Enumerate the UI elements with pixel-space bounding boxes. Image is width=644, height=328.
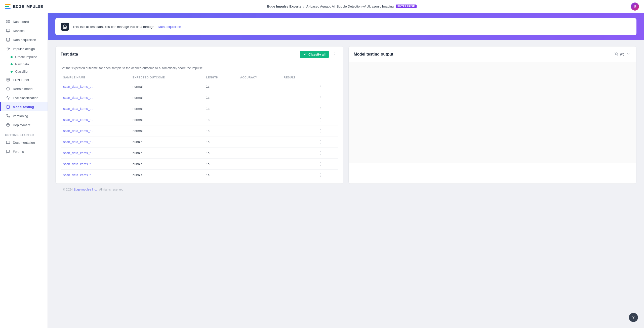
footer-company-link[interactable]: EdgeImpulse Inc. xyxy=(73,188,97,191)
output-panel-header: Model testing output (0) xyxy=(349,46,636,62)
output-panel-expand[interactable] xyxy=(626,51,631,58)
col-accuracy: ACCURACY xyxy=(238,74,281,81)
cell-expected-outcome: normal xyxy=(130,114,204,125)
sidebar-label: Retrain model xyxy=(13,87,33,91)
cell-length: 1s xyxy=(204,114,238,125)
hint-text: Set the 'expected outcome' for each samp… xyxy=(61,66,338,70)
row-more-button[interactable]: ⋮ xyxy=(317,139,324,145)
refresh-icon xyxy=(6,86,10,91)
test-data-table: SAMPLE NAME EXPECTED OUTCOME LENGTH ACCU… xyxy=(61,74,338,179)
enterprise-badge: ENTERPRISE xyxy=(396,5,417,8)
cell-accuracy xyxy=(238,159,281,170)
col-actions xyxy=(314,74,338,81)
svg-point-21 xyxy=(7,114,8,115)
monitor-icon xyxy=(6,28,10,33)
row-more-button[interactable]: ⋮ xyxy=(317,128,324,134)
sidebar-item-live-classification[interactable]: Live classification xyxy=(0,93,48,102)
cell-result xyxy=(281,159,314,170)
sidebar-item-eon-tuner[interactable]: EON Tuner xyxy=(0,75,48,84)
database-icon xyxy=(6,37,10,42)
sidebar-item-deployment[interactable]: Deployment xyxy=(0,120,48,129)
user-avatar[interactable]: U xyxy=(631,3,639,11)
row-more-button[interactable]: ⋮ xyxy=(317,95,324,101)
getting-started-label: GETTING STARTED xyxy=(0,129,48,138)
cell-result xyxy=(281,92,314,103)
table-row: scan_data_items_t... normal 1s ⋮ xyxy=(61,103,338,114)
data-acquisition-link[interactable]: Data acquisition xyxy=(158,25,181,29)
sample-link[interactable]: scan_data_items_t... xyxy=(63,107,93,111)
info-icon xyxy=(61,23,69,31)
row-more-button[interactable]: ⋮ xyxy=(317,117,324,123)
sidebar-sub-classifier[interactable]: Classifier xyxy=(0,68,48,75)
row-more-button[interactable]: ⋮ xyxy=(317,161,324,167)
sidebar-item-model-testing[interactable]: Model testing xyxy=(0,102,48,111)
sidebar-sub-raw-data[interactable]: Raw data xyxy=(0,61,48,68)
sample-link[interactable]: scan_data_items_t... xyxy=(63,140,93,144)
cell-sample-name: scan_data_items_t... xyxy=(61,114,130,125)
info-card: This lists all test data. You can manage… xyxy=(55,18,636,35)
cell-accuracy xyxy=(238,114,281,125)
dot-icon xyxy=(11,63,13,65)
row-more-button[interactable]: ⋮ xyxy=(317,172,324,178)
footer-copyright: © 2024 xyxy=(63,188,73,191)
clipboard-icon xyxy=(6,105,10,109)
sidebar-item-dashboard[interactable]: Dashboard xyxy=(0,17,48,26)
cell-expected-outcome: normal xyxy=(130,92,204,103)
output-panel: Model testing output (0) xyxy=(348,46,636,184)
cell-sample-name: scan_data_items_t... xyxy=(61,103,130,114)
cell-expected-outcome: normal xyxy=(130,103,204,114)
cell-length: 1s xyxy=(204,81,238,92)
logo-icon xyxy=(5,4,11,9)
sidebar-item-retrain-model[interactable]: Retrain model xyxy=(0,84,48,93)
cell-result xyxy=(281,148,314,159)
cell-length: 1s xyxy=(204,136,238,148)
row-more-button[interactable]: ⋮ xyxy=(317,150,324,156)
sidebar-item-versioning[interactable]: Versioning xyxy=(0,111,48,120)
sample-link[interactable]: scan_data_items_t... xyxy=(63,85,93,88)
table-row: scan_data_items_t... normal 1s ⋮ xyxy=(61,81,338,92)
cell-more: ⋮ xyxy=(314,125,338,136)
sample-link[interactable]: scan_data_items_t... xyxy=(63,118,93,122)
message-icon xyxy=(6,149,10,154)
sample-link[interactable]: scan_data_items_t... xyxy=(63,162,93,166)
sidebar-item-documentation[interactable]: Documentation xyxy=(0,138,48,147)
svg-rect-4 xyxy=(6,29,10,31)
cell-accuracy xyxy=(238,81,281,92)
grid-icon xyxy=(6,19,10,24)
sidebar-sub-create-impulse[interactable]: Create impulse xyxy=(0,53,48,61)
purple-banner: This lists all test data. You can manage… xyxy=(48,13,644,40)
svg-rect-0 xyxy=(7,20,8,21)
table-scroll-area[interactable]: SAMPLE NAME EXPECTED OUTCOME LENGTH ACCU… xyxy=(61,74,338,179)
help-button[interactable]: ? xyxy=(629,313,638,322)
cell-more: ⋮ xyxy=(314,148,338,159)
sidebar-item-forums[interactable]: Forums xyxy=(0,147,48,156)
row-more-button[interactable]: ⋮ xyxy=(317,84,324,89)
book-icon xyxy=(6,140,10,145)
row-more-button[interactable]: ⋮ xyxy=(317,106,324,112)
test-data-title: Test data xyxy=(61,52,78,57)
sample-link[interactable]: scan_data_items_t... xyxy=(63,151,93,155)
cell-result xyxy=(281,125,314,136)
sidebar-label: Dashboard xyxy=(13,20,29,24)
main-content: This lists all test data. You can manage… xyxy=(48,13,644,328)
sidebar-item-devices[interactable]: Devices xyxy=(0,26,48,35)
table-row: scan_data_items_t... bubble 1s ⋮ xyxy=(61,159,338,170)
sidebar-item-data-acquisition[interactable]: Data acquisition xyxy=(0,35,48,44)
sidebar-label: Forums xyxy=(13,150,24,154)
cell-expected-outcome: normal xyxy=(130,125,204,136)
sidebar-label: Deployment xyxy=(13,123,30,127)
package-icon xyxy=(6,123,10,127)
sample-link[interactable]: scan_data_items_t... xyxy=(63,173,93,177)
sidebar-item-impulse-design[interactable]: Impulse design xyxy=(0,44,48,53)
cell-expected-outcome: bubble xyxy=(130,159,204,170)
svg-rect-9 xyxy=(7,78,10,81)
cell-more: ⋮ xyxy=(314,159,338,170)
classify-all-button[interactable]: Classify all xyxy=(300,51,329,58)
test-data-panel: Test data Classify all ⋮ Set the 'expect… xyxy=(55,46,343,184)
sample-link[interactable]: scan_data_items_t... xyxy=(63,96,93,100)
dot-icon xyxy=(11,56,13,58)
sample-link[interactable]: scan_data_items_t... xyxy=(63,129,93,133)
svg-marker-8 xyxy=(7,47,10,50)
info-message-before: This lists all test data. You can manage… xyxy=(72,25,154,29)
more-options-button[interactable]: ⋮ xyxy=(332,51,338,58)
